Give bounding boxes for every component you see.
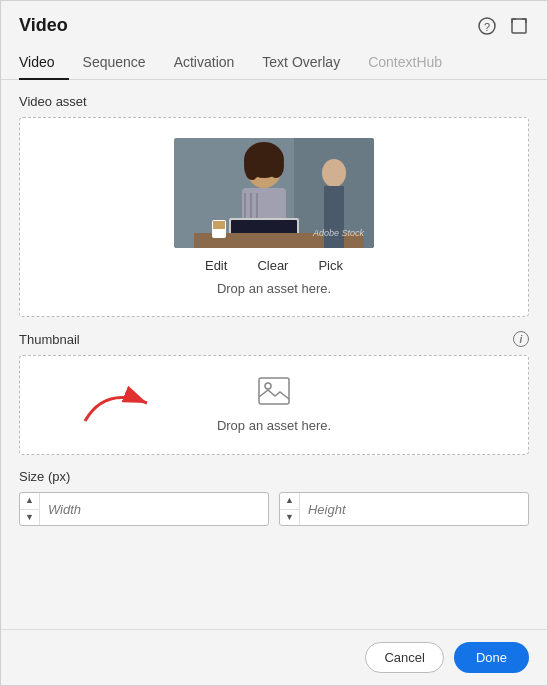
svg-point-22: [265, 383, 271, 389]
tab-video[interactable]: Video: [19, 46, 69, 80]
svg-text:?: ?: [484, 20, 490, 32]
thumbnail-section-header: Thumbnail i: [19, 331, 529, 347]
video-asset-label: Video asset: [19, 94, 529, 109]
dialog-content: Video asset: [1, 80, 547, 629]
arrow-indicator: [75, 376, 165, 434]
height-field[interactable]: [300, 502, 528, 517]
cancel-button[interactable]: Cancel: [365, 642, 443, 673]
thumbnail-drop-text: Drop an asset here.: [217, 418, 331, 433]
image-placeholder-icon: [258, 377, 290, 412]
video-asset-drop-zone[interactable]: Adobe Stock Edit Clear Pick Drop an asse…: [19, 117, 529, 317]
svg-point-7: [244, 152, 260, 180]
video-dialog: Video ? Video Sequence Activation Text O…: [0, 0, 548, 686]
height-decrement[interactable]: ▼: [280, 510, 299, 526]
tab-contexthub: ContextHub: [354, 46, 456, 80]
svg-rect-19: [324, 186, 344, 248]
header-icons: ?: [477, 16, 529, 36]
height-spinner: ▲ ▼: [280, 493, 300, 525]
dialog-header: Video ?: [1, 1, 547, 36]
done-button[interactable]: Done: [454, 642, 529, 673]
dialog-footer: Cancel Done: [1, 629, 547, 685]
edit-button[interactable]: Edit: [205, 258, 227, 273]
svg-rect-21: [259, 378, 289, 404]
width-spinner: ▲ ▼: [20, 493, 40, 525]
svg-rect-17: [213, 221, 225, 229]
width-increment[interactable]: ▲: [20, 493, 39, 510]
video-preview-row: Adobe Stock: [174, 138, 374, 248]
width-input-wrapper: ▲ ▼: [19, 492, 269, 526]
video-watermark: Adobe Stock: [313, 228, 364, 238]
svg-point-8: [268, 154, 284, 178]
tab-sequence[interactable]: Sequence: [69, 46, 160, 80]
help-icon[interactable]: ?: [477, 16, 497, 36]
height-input-wrapper: ▲ ▼: [279, 492, 529, 526]
width-decrement[interactable]: ▼: [20, 510, 39, 526]
video-drop-text: Drop an asset here.: [217, 281, 331, 296]
size-label: Size (px): [19, 469, 529, 484]
height-increment[interactable]: ▲: [280, 493, 299, 510]
size-section: Size (px) ▲ ▼ ▲ ▼: [19, 469, 529, 526]
video-thumbnail: Adobe Stock: [174, 138, 374, 248]
svg-rect-2: [512, 19, 526, 33]
pick-button[interactable]: Pick: [318, 258, 343, 273]
tab-bar: Video Sequence Activation Text Overlay C…: [1, 46, 547, 80]
thumbnail-label: Thumbnail: [19, 332, 80, 347]
thumbnail-drop-zone[interactable]: Drop an asset here.: [19, 355, 529, 455]
size-inputs: ▲ ▼ ▲ ▼: [19, 492, 529, 526]
thumbnail-info-icon[interactable]: i: [513, 331, 529, 347]
clear-button[interactable]: Clear: [257, 258, 288, 273]
width-field[interactable]: [40, 502, 268, 517]
svg-point-18: [322, 159, 346, 187]
dialog-title: Video: [19, 15, 68, 36]
video-actions: Edit Clear Pick: [205, 258, 343, 273]
tab-text-overlay[interactable]: Text Overlay: [248, 46, 354, 80]
expand-icon[interactable]: [509, 16, 529, 36]
tab-activation[interactable]: Activation: [160, 46, 249, 80]
